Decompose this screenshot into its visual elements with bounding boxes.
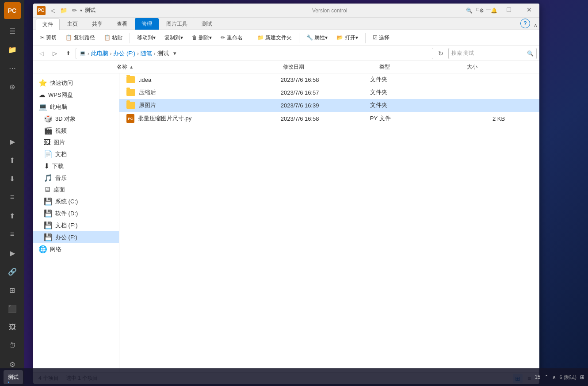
nav-item-docs-e[interactable]: 💾 文档 (E:) <box>33 219 119 231</box>
ide-layers-icon[interactable]: ⬆ <box>4 207 21 224</box>
taskbar-time: 15 <box>535 374 540 380</box>
nav-item-music[interactable]: 🎵 音乐 <box>33 172 119 184</box>
taskbar-item-test[interactable]: 测试 <box>4 370 23 384</box>
nav-item-documents[interactable]: 📄 文档 <box>33 148 119 160</box>
col-header-type[interactable]: 类型 <box>379 63 467 71</box>
qa-btn-back[interactable]: ◁ <box>48 6 58 15</box>
tab-photo-tools[interactable]: 图片工具 <box>160 18 194 30</box>
col-header-date[interactable]: 修改日期 <box>283 63 379 71</box>
file-list: .idea 2023/7/6 16:58 文件夹 压缩后 2023/7/6 16… <box>119 73 539 372</box>
ide-layers2-icon[interactable]: ≡ <box>4 226 21 243</box>
ide-up-icon[interactable]: ⬆ <box>4 152 21 168</box>
file-item-python[interactable]: PC 批量压缩图片尺寸.py 2023/7/6 16:58 PY 文件 2 KB <box>119 112 539 126</box>
path-computer[interactable]: 此电脑 <box>91 50 108 57</box>
file-date-compressed: 2023/7/6 16:57 <box>281 89 370 96</box>
ribbon-toolbar: ✂ 剪切 📋 复制路径 📋 粘贴 移动到▾ 复制到▾ 🗑 删除▾ ✏ 重命名 📁… <box>33 30 539 46</box>
toolbar-delete[interactable]: 🗑 删除▾ <box>188 33 215 43</box>
nav-item-3d-objects[interactable]: 🎲 3D 对象 <box>33 113 119 125</box>
nav-back-button[interactable]: ◁ <box>36 48 47 59</box>
search-box[interactable]: 搜索 测试 🔍 <box>448 48 537 59</box>
file-type-python: PY 文件 <box>370 115 451 122</box>
restore-button[interactable]: □ <box>499 4 519 16</box>
ide-add-icon[interactable]: ⊕ <box>4 78 21 95</box>
taskbar-right-label: 6 (测试) <box>560 374 577 381</box>
nav-forward-button[interactable]: ▷ <box>49 48 61 59</box>
toolbar-copy-path[interactable]: 📋 复制路径 <box>62 33 98 43</box>
toolbar-copy[interactable]: 复制到▾ <box>161 33 187 43</box>
nav-item-network[interactable]: 🌐 网络 <box>33 243 119 255</box>
address-path[interactable]: 💻 › 此电脑 › 办公 (F:) › 随笔 › 测试 ▾ <box>76 48 433 59</box>
col-header-name[interactable]: 名称 ▲ <box>117 63 283 71</box>
ribbon-collapse-chevron[interactable]: ∧ <box>534 22 538 28</box>
ide-time-icon[interactable]: ⏱ <box>4 337 21 354</box>
toolbar-new-folder[interactable]: 📁 新建文件夹 <box>254 33 295 43</box>
address-bar: ◁ ▷ ⬆ 💻 › 此电脑 › 办公 (F:) › 随笔 › 测试 ▾ ↻ 搜索… <box>33 46 539 61</box>
window-title: 测试 <box>85 7 309 14</box>
search-placeholder: 搜索 测试 <box>451 50 474 57</box>
ide-image-icon[interactable]: 🖼 <box>4 319 21 336</box>
ide-menu-icon[interactable]: ☰ <box>4 23 21 39</box>
tab-view[interactable]: 查看 <box>110 18 134 30</box>
nav-item-pictures[interactable]: 🖼 图片 <box>33 137 119 148</box>
ide-play-icon[interactable]: ▶ <box>4 245 21 261</box>
file-item-compressed[interactable]: 压缩后 2023/7/6 16:57 文件夹 <box>119 86 539 99</box>
qa-btn-rename[interactable]: ✏ <box>69 6 79 15</box>
ide-link-icon[interactable]: 🔗 <box>4 263 21 280</box>
col-header-size[interactable]: 大小 <box>467 63 532 71</box>
tab-manage[interactable]: 管理 <box>135 18 159 30</box>
ide-sidebar-top: PC ☰ 📁 ⋯ ⊕ <box>0 2 24 97</box>
refresh-button[interactable]: ↻ <box>435 48 447 59</box>
ide-stack-icon[interactable]: ⊞ <box>4 282 21 298</box>
file-name-originals: 原图片 <box>126 101 281 109</box>
path-sep-3: › <box>137 51 139 56</box>
path-folder[interactable]: 随笔 <box>141 50 152 57</box>
tab-file[interactable]: 文件 <box>36 19 60 30</box>
nav-item-software-d[interactable]: 💾 软件 (D:) <box>33 207 119 219</box>
nav-item-wps-cloud[interactable]: ☁ WPS网盘 <box>33 89 119 101</box>
toolbar-sep-1 <box>130 33 130 43</box>
nav-item-videos[interactable]: 🎬 视频 <box>33 125 119 137</box>
3d-objects-icon: 🎲 <box>44 115 53 123</box>
tab-home[interactable]: 主页 <box>61 18 84 30</box>
toolbar-sep-2 <box>250 33 250 43</box>
ide-down-icon[interactable]: ⬇ <box>4 170 21 187</box>
qa-dropdown[interactable]: ▾ <box>80 8 82 13</box>
search-toolbar-icon[interactable]: 🔍 <box>463 5 475 16</box>
ide-more-icon[interactable]: ⋯ <box>4 60 21 76</box>
toolbar-paste[interactable]: 📋 粘贴 <box>100 33 126 43</box>
toolbar-select-all[interactable]: ☑ 选择 <box>369 33 393 43</box>
path-current: 测试 <box>157 50 169 57</box>
toolbar-open[interactable]: 📂 打开▾ <box>333 33 361 43</box>
nav-item-quick-access[interactable]: ⭐ 快速访问 <box>33 77 119 89</box>
ide-run-icon[interactable]: ▶ <box>4 133 21 150</box>
tab-test[interactable]: 测试 <box>195 18 219 30</box>
toolbar-properties[interactable]: 🔧 属性▾ <box>303 33 331 43</box>
toolbar-move[interactable]: 移动到▾ <box>134 33 159 43</box>
toolbar-rename[interactable]: ✏ 重命名 <box>217 33 246 43</box>
nav-item-this-pc[interactable]: 💻 此电脑 <box>33 101 119 113</box>
search-icon[interactable]: 🔍 <box>527 50 534 57</box>
path-sep-1: › <box>88 51 89 56</box>
toolbar-cut[interactable]: ✂ 剪切 <box>37 33 60 43</box>
nav-item-system-c[interactable]: 💾 系统 (C:) <box>33 195 119 207</box>
taskbar-expand-icon[interactable]: ⊞ <box>580 374 584 380</box>
file-type-compressed: 文件夹 <box>370 88 451 96</box>
nav-item-office-f[interactable]: 💾 办公 (F:) <box>33 231 119 243</box>
help-button[interactable]: ? <box>520 19 530 28</box>
nav-item-downloads[interactable]: ⬇ 下载 <box>33 160 119 172</box>
file-item-idea[interactable]: .idea 2023/7/6 16:58 文件夹 <box>119 73 539 86</box>
ide-box-icon[interactable]: ⬛ <box>4 300 21 317</box>
close-button[interactable]: ✕ <box>519 4 539 16</box>
qa-btn-folder[interactable]: 📁 <box>59 6 69 15</box>
path-drive[interactable]: 办公 (F:) <box>113 50 135 57</box>
file-item-originals[interactable]: 原图片 2023/7/6 16:39 文件夹 <box>119 99 539 112</box>
taskbar-chevron-up[interactable]: ⌃ <box>544 374 549 380</box>
address-chevron[interactable]: ▾ <box>171 50 179 57</box>
taskbar-chevron-up2[interactable]: ∧ <box>552 374 556 380</box>
min-button[interactable]: ─ <box>478 4 499 16</box>
nav-up-button[interactable]: ⬆ <box>62 48 74 59</box>
ide-list-icon[interactable]: ≡ <box>4 189 21 206</box>
tab-share[interactable]: 共享 <box>85 18 109 30</box>
ide-folder-icon[interactable]: 📁 <box>4 41 21 58</box>
nav-item-desktop[interactable]: 🖥 桌面 <box>33 184 119 195</box>
